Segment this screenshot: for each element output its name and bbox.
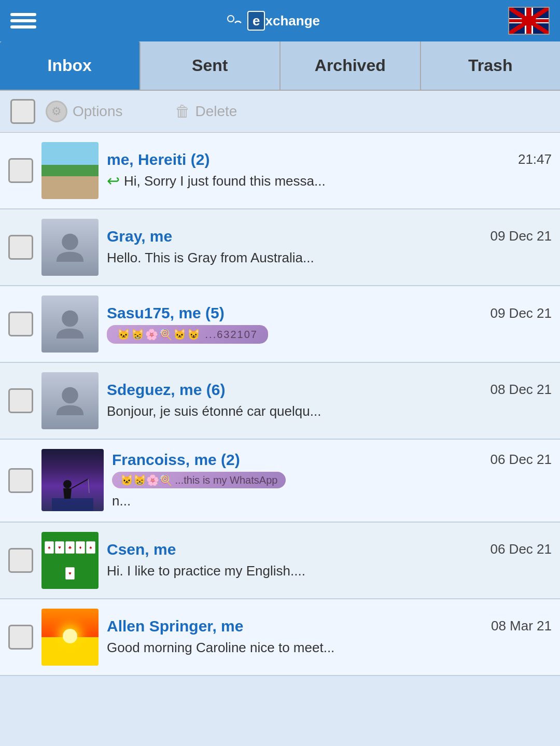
tab-sent[interactable]: Sent — [141, 41, 281, 90]
card-icon: ♥ — [55, 541, 64, 554]
svg-point-3 — [62, 311, 78, 327]
app-header: exchange — [0, 0, 560, 41]
svg-rect-5 — [52, 498, 93, 511]
tab-bar: Inbox Sent Archived Trash — [0, 41, 560, 91]
tab-archived[interactable]: Archived — [281, 41, 421, 90]
trash-icon: 🗑 — [175, 103, 190, 120]
menu-button[interactable] — [10, 13, 36, 29]
avatar — [41, 295, 99, 353]
delete-label: Delete — [195, 103, 237, 120]
avatar — [41, 609, 99, 666]
avatar — [41, 142, 99, 199]
avatar: ♠ ♥ ♣ ♦ ♠ ♥ — [41, 532, 99, 589]
message-time: 06 Dec 21 — [490, 452, 552, 468]
message-content: Allen Springer, me 08 Mar 21 Good mornin… — [107, 609, 552, 666]
sticker-overlay: 🐱😸🌸🍭🐱😺 ...632107 — [107, 325, 268, 344]
message-preview: Hello. This is Gray from Australia... — [107, 248, 314, 267]
avatar — [41, 372, 99, 429]
avatar — [41, 219, 99, 276]
message-item[interactable]: Gray, me 09 Dec 21 Hello. This is Gray f… — [0, 209, 560, 286]
avatar — [41, 449, 104, 511]
message-time: 21:47 — [518, 151, 552, 167]
message-item[interactable]: ♠ ♥ ♣ ♦ ♠ ♥ Csen, me 06 Dec 21 Hi. I lik… — [0, 523, 560, 599]
message-item[interactable]: me, Hereiti (2) 21:47 ↩ Hi, Sorry I just… — [0, 133, 560, 209]
message-time: 08 Mar 21 — [491, 618, 552, 634]
options-button[interactable]: ⚙ Options — [46, 101, 123, 122]
svg-point-2 — [62, 234, 78, 250]
gear-icon: ⚙ — [46, 101, 67, 122]
message-content: me, Hereiti (2) 21:47 ↩ Hi, Sorry I just… — [107, 142, 552, 199]
card-icon: ♦ — [76, 541, 85, 554]
message-item[interactable]: Sdeguez, me (6) 08 Dec 21 Bonjour, je su… — [0, 363, 560, 440]
message-content: Sdeguez, me (6) 08 Dec 21 Bonjour, je su… — [107, 372, 552, 429]
message-list: me, Hereiti (2) 21:47 ↩ Hi, Sorry I just… — [0, 133, 560, 676]
message-checkbox[interactable] — [8, 235, 33, 260]
message-sender: Allen Springer, me — [107, 617, 243, 635]
message-item[interactable]: Francoiss, me (2) 06 Dec 21 🐱😸🌸🍭 ...this… — [0, 440, 560, 523]
message-preview-cont: n... — [112, 493, 131, 509]
message-time: 06 Dec 21 — [490, 541, 552, 557]
card-icon: ♣ — [65, 541, 75, 554]
delete-button[interactable]: 🗑 Delete — [175, 103, 237, 120]
message-content: Gray, me 09 Dec 21 Hello. This is Gray f… — [107, 219, 552, 276]
card-icon: ♠ — [86, 541, 95, 554]
reply-icon: ↩ — [107, 172, 120, 190]
message-checkbox[interactable] — [8, 388, 33, 413]
message-sender: Gray, me — [107, 228, 172, 245]
message-sender: Sasu175, me (5) — [107, 304, 225, 322]
exchange-label: exchange — [247, 13, 320, 29]
options-label: Options — [73, 103, 123, 120]
message-checkbox[interactable] — [8, 548, 33, 573]
toolbar: ⚙ Options 🗑 Delete — [0, 91, 560, 133]
select-all-checkbox[interactable] — [10, 99, 35, 124]
message-sender: Sdeguez, me (6) — [107, 381, 225, 399]
svg-point-4 — [62, 387, 78, 404]
svg-line-8 — [88, 479, 89, 493]
language-flag[interactable] — [508, 7, 550, 35]
svg-line-7 — [72, 479, 88, 488]
message-sender: me, Hereiti (2) — [107, 151, 209, 168]
tab-trash[interactable]: Trash — [421, 41, 561, 90]
svg-point-1 — [228, 16, 233, 21]
message-time: 09 Dec 21 — [490, 228, 552, 244]
message-preview: Hi, Sorry I just found this messa... — [124, 172, 326, 190]
message-checkbox[interactable] — [8, 625, 33, 650]
message-checkbox[interactable] — [8, 158, 33, 183]
tab-inbox[interactable]: Inbox — [0, 41, 141, 90]
sticker-overlay: 🐱😸🌸🍭 ...this is my WhatsApp — [112, 472, 286, 488]
app-title: exchange — [225, 11, 320, 30]
message-sender: Csen, me — [107, 541, 176, 558]
card-icon: ♥ — [65, 567, 75, 580]
card-icon: ♠ — [45, 541, 54, 554]
message-preview: Hi. I like to practice my English.... — [107, 561, 305, 580]
message-checkbox[interactable] — [8, 468, 33, 493]
message-content: Francoiss, me (2) 06 Dec 21 🐱😸🌸🍭 ...this… — [112, 449, 552, 512]
message-item[interactable]: Sasu175, me (5) 09 Dec 21 🐱😸🌸🍭🐱😺 ...6321… — [0, 286, 560, 363]
message-time: 09 Dec 21 — [490, 305, 552, 321]
message-preview: Bonjour, je suis étonné car quelqu... — [107, 402, 321, 420]
message-preview: Good morning Caroline nice to meet... — [107, 638, 334, 657]
message-sender: Francoiss, me (2) — [112, 451, 240, 469]
message-checkbox[interactable] — [8, 312, 33, 336]
message-time: 08 Dec 21 — [490, 382, 552, 398]
svg-point-6 — [63, 480, 72, 488]
message-item[interactable]: Allen Springer, me 08 Mar 21 Good mornin… — [0, 599, 560, 676]
message-content: Csen, me 06 Dec 21 Hi. I like to practic… — [107, 532, 552, 589]
message-content: Sasu175, me (5) 09 Dec 21 🐱😸🌸🍭🐱😺 ...6321… — [107, 295, 552, 353]
